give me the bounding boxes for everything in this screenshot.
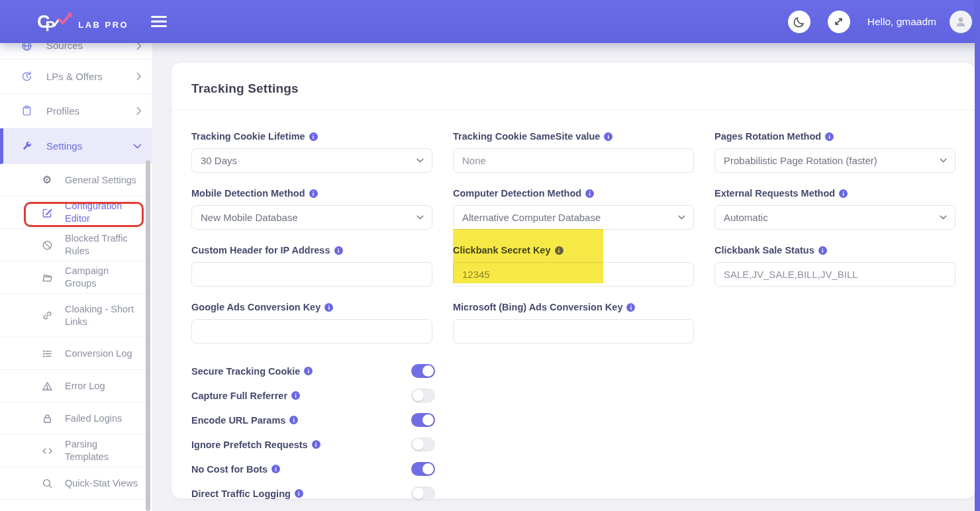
mobile-detection-method-select[interactable]: New Mobile Database bbox=[191, 205, 432, 230]
info-icon[interactable]: i bbox=[289, 416, 298, 424]
info-icon[interactable]: i bbox=[839, 189, 848, 198]
sidebar-item-settings[interactable]: Settings bbox=[0, 128, 152, 164]
sidebar-item-conversion-log[interactable]: Conversion Log bbox=[0, 338, 152, 370]
info-icon[interactable]: i bbox=[291, 391, 300, 400]
sidebar-item-label: Quick-Stat Views bbox=[65, 477, 142, 490]
tracking-cookie-lifetime-select[interactable]: 30 Days bbox=[191, 148, 432, 173]
moon-icon bbox=[793, 16, 805, 28]
gear-icon: ⚙ bbox=[41, 175, 53, 185]
capture-full-referrer-toggle[interactable] bbox=[411, 389, 435, 402]
direct-traffic-logging-toggle[interactable] bbox=[411, 487, 435, 500]
clickbank-sale-status-input[interactable] bbox=[714, 262, 956, 287]
select-value: Automatic bbox=[724, 212, 768, 223]
info-icon[interactable]: i bbox=[309, 189, 318, 198]
user-greeting: Hello, gmaadm bbox=[867, 16, 936, 28]
secure-tracking-cookie-label: Secure Tracking Cookiei bbox=[191, 366, 313, 377]
field-label-text: Clickbank Sale Status bbox=[714, 245, 814, 256]
fullscreen-button[interactable] bbox=[828, 11, 850, 33]
sidebar-item-parsing-templates[interactable]: Parsing Templates bbox=[0, 435, 152, 467]
google-ads-conversion-key-label: Google Ads Conversion Keyi bbox=[191, 302, 432, 312]
page-scrollbar[interactable] bbox=[975, 0, 980, 511]
form-field-mobile-detection-method: Mobile Detection MethodiNew Mobile Datab… bbox=[191, 188, 432, 230]
form-field-custom-header-for-ip-address: Custom Header for IP Addressi bbox=[191, 245, 432, 287]
pages-rotation-method-label: Pages Rotation Methodi bbox=[714, 131, 956, 142]
code-icon bbox=[41, 445, 53, 457]
sidebar-item-label: Blocked Traffic Rules bbox=[65, 232, 142, 257]
microsoft-bing-ads-conversion-key-input[interactable] bbox=[453, 319, 694, 344]
google-ads-conversion-key-input[interactable] bbox=[191, 319, 432, 344]
field-label-text: Microsoft (Bing) Ads Conversion Key bbox=[453, 302, 622, 312]
avatar[interactable] bbox=[950, 11, 972, 33]
toggle-knob bbox=[422, 463, 434, 475]
sidebar-item-error-log[interactable]: Error Log bbox=[0, 370, 152, 402]
sidebar-item-quick-stat-views[interactable]: Quick-Stat Views bbox=[0, 467, 152, 500]
tracking-settings-card: Tracking Settings Tracking Cookie Lifeti… bbox=[172, 63, 975, 498]
encode-url-params-toggle[interactable] bbox=[411, 413, 435, 427]
sidebar-item-failed-logins[interactable]: Failed Logins bbox=[0, 402, 152, 435]
mobile-detection-method-label: Mobile Detection Methodi bbox=[191, 188, 432, 199]
ban-icon bbox=[41, 240, 53, 251]
avatar-user-icon bbox=[954, 15, 967, 28]
info-icon[interactable]: i bbox=[295, 489, 303, 498]
external-requests-method-select[interactable]: Automatic bbox=[714, 205, 956, 230]
toggle-row-capture-full-referrer: Capture Full Referreri bbox=[191, 383, 435, 408]
info-icon[interactable]: i bbox=[626, 303, 635, 312]
field-label-text: Encode URL Params bbox=[191, 415, 285, 426]
field-label-text: Mobile Detection Method bbox=[191, 188, 305, 199]
chevron-right-icon bbox=[136, 107, 142, 115]
sidebar-item-blocked-traffic-rules[interactable]: Blocked Traffic Rules bbox=[0, 229, 152, 261]
secure-tracking-cookie-toggle[interactable] bbox=[411, 364, 435, 378]
tracking-cookie-samesite-value-label: Tracking Cookie SameSite valuei bbox=[453, 131, 694, 142]
sidebar-item-lps-offers[interactable]: LPs & Offers bbox=[0, 60, 152, 94]
field-label-text: Custom Header for IP Address bbox=[191, 245, 330, 256]
field-label-text: Secure Tracking Cookie bbox=[191, 366, 300, 377]
dark-mode-toggle-button[interactable] bbox=[788, 11, 810, 33]
info-icon[interactable]: i bbox=[304, 367, 313, 375]
toggle-row-ignore-prefetch-requests: Ignore Prefetch Requestsi bbox=[191, 432, 435, 457]
field-label-text: Tracking Cookie SameSite value bbox=[453, 131, 600, 142]
hamburger-menu-icon[interactable] bbox=[151, 16, 167, 27]
logo-arrow-icon bbox=[54, 11, 76, 28]
pages-rotation-method-select[interactable]: Probabilistic Page Rotation (faster) bbox=[714, 148, 956, 173]
form-field-tracking-cookie-samesite-value: Tracking Cookie SameSite valuei bbox=[453, 131, 694, 173]
sidebar-item-configuration-editor[interactable]: Configuration Editor bbox=[0, 197, 152, 229]
ignore-prefetch-requests-toggle[interactable] bbox=[411, 438, 435, 451]
clickbank-secret-key-input[interactable] bbox=[453, 262, 694, 287]
info-icon[interactable]: i bbox=[271, 465, 280, 473]
info-icon[interactable]: i bbox=[825, 132, 834, 141]
sidebar-item-sources[interactable]: Sources bbox=[0, 43, 152, 60]
wrench-icon bbox=[20, 140, 33, 152]
info-icon[interactable]: i bbox=[312, 440, 320, 449]
sidebar-scrollbar[interactable] bbox=[146, 160, 150, 511]
form-field-tracking-cookie-lifetime: Tracking Cookie Lifetimei30 Days bbox=[191, 131, 432, 173]
main-content: Tracking Settings Tracking Cookie Lifeti… bbox=[152, 43, 980, 511]
info-icon[interactable]: i bbox=[309, 132, 318, 141]
sidebar-item-label: General Settings bbox=[65, 174, 142, 187]
info-icon[interactable]: i bbox=[324, 303, 333, 312]
toggle-knob bbox=[413, 390, 424, 401]
sidebar-item-general-settings[interactable]: ⚙General Settings bbox=[0, 164, 152, 197]
direct-traffic-logging-label: Direct Traffic Loggingi bbox=[191, 488, 303, 499]
custom-header-for-ip-address-input[interactable] bbox=[191, 262, 432, 287]
chevron-down-icon bbox=[940, 158, 947, 163]
sidebar-item-profiles[interactable]: Profiles bbox=[0, 94, 152, 128]
toggle-knob bbox=[422, 365, 434, 377]
info-icon[interactable]: i bbox=[334, 246, 343, 255]
form-field-microsoft-bing-ads-conversion-key: Microsoft (Bing) Ads Conversion Keyi bbox=[453, 302, 694, 344]
toggle-knob bbox=[422, 414, 434, 426]
sidebar-item-campaign-groups[interactable]: Campaign Groups bbox=[0, 261, 152, 294]
sidebar-item-cloaking-short-links[interactable]: Cloaking - Short Links bbox=[0, 294, 152, 338]
no-cost-for-bots-toggle[interactable] bbox=[411, 462, 435, 476]
tracking-cookie-samesite-value-input[interactable] bbox=[453, 148, 694, 173]
info-icon[interactable]: i bbox=[818, 246, 827, 255]
form-field-clickbank-secret-key: Clickbank Secret Keyi bbox=[453, 245, 694, 287]
info-icon[interactable]: i bbox=[604, 132, 612, 141]
sidebar-item-label: Error Log bbox=[65, 380, 142, 393]
page-title: Tracking Settings bbox=[191, 81, 956, 96]
computer-detection-method-select[interactable]: Alternative Computer Database bbox=[453, 205, 694, 230]
folder-open-icon bbox=[41, 272, 53, 283]
encode-url-params-label: Encode URL Paramsi bbox=[191, 415, 298, 426]
lock-icon bbox=[41, 413, 53, 424]
info-icon[interactable]: i bbox=[555, 246, 564, 255]
info-icon[interactable]: i bbox=[585, 189, 594, 198]
